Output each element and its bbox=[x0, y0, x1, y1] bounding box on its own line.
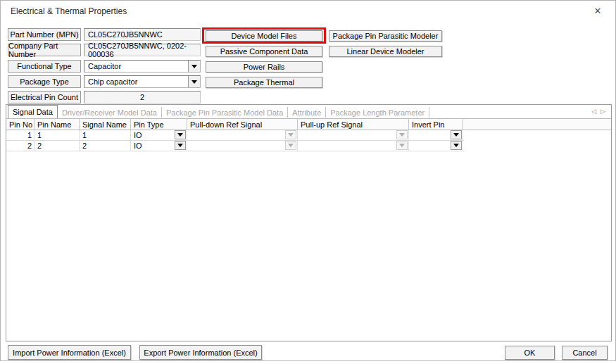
tab-scroll-left-icon[interactable]: ◁ bbox=[591, 107, 596, 115]
chevron-down-icon bbox=[453, 133, 459, 137]
column-header-invert-pin: Invert Pin bbox=[409, 119, 463, 130]
tab-scroll-right-icon[interactable]: ▷ bbox=[601, 107, 605, 115]
column-header-pin-name: Pin Name bbox=[34, 119, 80, 130]
chevron-down-icon bbox=[288, 133, 294, 137]
tab-package-length-parameter[interactable]: Package Length Parameter bbox=[326, 107, 429, 118]
company-part-number-label: Company Part Number bbox=[8, 44, 81, 56]
power-rails-button[interactable]: Power Rails bbox=[206, 61, 322, 73]
ok-button[interactable]: OK bbox=[505, 346, 555, 360]
cell-pin-type[interactable]: IO bbox=[131, 130, 187, 140]
pull-down-dropdown-button bbox=[285, 141, 296, 150]
tab-driver-receiver-model-data[interactable]: Driver/Receiver Model Data bbox=[58, 107, 162, 118]
functional-type-dropdown[interactable]: Capacitor bbox=[84, 60, 201, 73]
table-row[interactable]: 1 1 1 IO bbox=[6, 130, 464, 141]
table-row[interactable]: 2 2 2 IO bbox=[6, 141, 464, 151]
electrical-thermal-properties-dialog: Electrical & Thermal Properties ✕ Part N… bbox=[0, 0, 616, 361]
pin-type-dropdown-button[interactable] bbox=[175, 141, 186, 150]
column-header-pull-up-ref-signal: Pull-up Ref Signal bbox=[298, 119, 409, 130]
package-thermal-button[interactable]: Package Thermal bbox=[206, 77, 322, 88]
pin-type-value: IO bbox=[134, 131, 142, 139]
column-header-pull-down-ref-signal: Pull-down Ref Signal bbox=[187, 119, 298, 130]
column-header-signal-name: Signal Name bbox=[80, 119, 131, 130]
package-type-label: Package Type bbox=[8, 75, 81, 88]
package-pin-parasitic-modeler-button[interactable]: Package Pin Parasitic Modeler bbox=[329, 30, 442, 42]
tab-signal-data[interactable]: Signal Data bbox=[8, 105, 58, 118]
cell-invert-pin[interactable] bbox=[409, 141, 463, 151]
pin-type-dropdown-button[interactable] bbox=[175, 130, 186, 139]
cell-pull-up-ref-signal bbox=[298, 141, 409, 151]
electrical-pin-count-value: 2 bbox=[84, 91, 201, 103]
device-model-files-button[interactable]: Device Model Files bbox=[206, 30, 322, 42]
cell-pin-name[interactable]: 1 bbox=[34, 130, 80, 140]
tab-strip: Signal Data Driver/Receiver Model Data P… bbox=[6, 105, 611, 118]
linear-device-modeler-button[interactable]: Linear Device Modeler bbox=[329, 46, 442, 57]
electrical-pin-count-label: Electrical Pin Count bbox=[8, 91, 81, 103]
pull-down-dropdown-button bbox=[285, 130, 296, 139]
pin-type-value: IO bbox=[134, 142, 142, 150]
chevron-down-icon bbox=[177, 144, 183, 147]
pull-up-dropdown-button bbox=[396, 130, 408, 139]
cell-pin-type[interactable]: IO bbox=[131, 141, 187, 151]
package-type-value: Chip capacitor bbox=[84, 77, 188, 86]
chevron-down-icon bbox=[453, 144, 459, 147]
functional-type-dropdown-button[interactable] bbox=[188, 61, 200, 72]
part-number-label: Part Number (MPN) bbox=[8, 28, 81, 41]
cell-pull-down-ref-signal bbox=[187, 130, 298, 140]
cell-signal-name[interactable]: 2 bbox=[80, 141, 131, 151]
title-bar: Electrical & Thermal Properties ✕ bbox=[1, 1, 615, 22]
tab-scroll-arrows: ◁ ▷ bbox=[591, 107, 605, 115]
passive-component-data-button[interactable]: Passive Component Data bbox=[206, 46, 322, 57]
invert-pin-dropdown-button[interactable] bbox=[451, 130, 462, 139]
tab-control: Signal Data Driver/Receiver Model Data P… bbox=[6, 104, 612, 341]
close-icon[interactable]: ✕ bbox=[591, 5, 605, 18]
tab-package-pin-parasitic-model-data[interactable]: Package Pin Parasitic Model Data bbox=[162, 107, 288, 118]
chevron-down-icon bbox=[288, 144, 294, 147]
table-header: Pin No Pin Name Signal Name Pin Type Pul… bbox=[6, 118, 611, 130]
invert-pin-dropdown-button[interactable] bbox=[451, 141, 462, 150]
column-header-filler bbox=[463, 119, 611, 130]
cell-pin-no[interactable]: 2 bbox=[6, 141, 34, 151]
cell-pin-name[interactable]: 2 bbox=[34, 141, 80, 151]
cancel-button[interactable]: Cancel bbox=[562, 346, 608, 360]
cell-pull-up-ref-signal bbox=[298, 130, 409, 140]
column-header-pin-type: Pin Type bbox=[131, 119, 187, 130]
chevron-down-icon bbox=[399, 133, 405, 137]
tab-attribute[interactable]: Attribute bbox=[288, 107, 326, 118]
cell-invert-pin[interactable] bbox=[409, 130, 463, 140]
cell-signal-name[interactable]: 1 bbox=[80, 130, 131, 140]
part-number-value: CL05C270JB5NNWC bbox=[84, 28, 201, 41]
package-type-dropdown[interactable]: Chip capacitor bbox=[84, 75, 201, 88]
pull-up-dropdown-button bbox=[396, 141, 408, 150]
cell-pin-no[interactable]: 1 bbox=[6, 130, 34, 140]
column-header-pin-no: Pin No bbox=[6, 119, 34, 130]
functional-type-label: Functional Type bbox=[8, 60, 81, 73]
chevron-down-icon bbox=[191, 80, 197, 84]
dialog-title: Electrical & Thermal Properties bbox=[11, 6, 127, 16]
package-type-dropdown-button[interactable] bbox=[188, 76, 200, 87]
company-part-number-value: CL05C270JB5NNWC, 0202-000036 bbox=[84, 44, 201, 56]
chevron-down-icon bbox=[191, 65, 197, 68]
cell-pull-down-ref-signal bbox=[187, 141, 298, 151]
export-power-information-button[interactable]: Export Power Information (Excel) bbox=[139, 345, 262, 360]
import-power-information-button[interactable]: Import Power Information (Excel) bbox=[8, 345, 131, 360]
chevron-down-icon bbox=[399, 144, 405, 147]
chevron-down-icon bbox=[177, 133, 183, 137]
functional-type-value: Capacitor bbox=[84, 62, 188, 70]
